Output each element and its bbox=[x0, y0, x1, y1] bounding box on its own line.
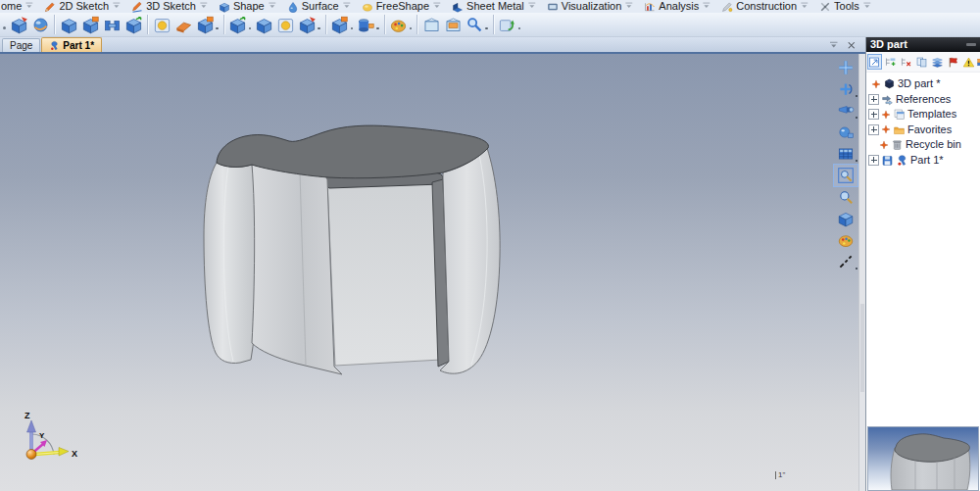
tool-3-button[interactable] bbox=[58, 14, 79, 35]
menu-item-label: FreeShape bbox=[376, 0, 429, 13]
dropdown-chevron-icon[interactable] bbox=[800, 1, 810, 12]
tool-2-button[interactable] bbox=[29, 14, 51, 35]
pages-button[interactable] bbox=[914, 54, 929, 70]
tool-14-button[interactable] bbox=[329, 14, 351, 35]
tab-part-1[interactable]: Part 1* bbox=[41, 37, 102, 52]
tool-8-button[interactable] bbox=[172, 14, 194, 35]
dropdown-chevron-icon[interactable] bbox=[112, 1, 122, 12]
expand-plus-icon[interactable] bbox=[868, 124, 879, 135]
tool-6-button[interactable] bbox=[122, 14, 144, 35]
dropdown-dot-icon[interactable] bbox=[351, 27, 354, 30]
tool-19-button[interactable] bbox=[464, 14, 485, 35]
light-button[interactable] bbox=[834, 100, 858, 122]
tool-20-button[interactable] bbox=[497, 14, 518, 35]
tool-10-button[interactable] bbox=[227, 14, 249, 35]
dropdown-chevron-icon[interactable] bbox=[24, 1, 35, 12]
panel-toolbar bbox=[866, 52, 980, 73]
dropdown-chevron-icon[interactable] bbox=[624, 1, 635, 12]
trash-icon bbox=[891, 138, 904, 151]
menu-item-3d-sketch[interactable]: 3D Sketch bbox=[127, 0, 215, 13]
chart-icon bbox=[644, 1, 656, 13]
expand-plus-icon[interactable] bbox=[868, 94, 879, 105]
zoom-button[interactable] bbox=[834, 186, 858, 208]
tool-16-button[interactable] bbox=[388, 14, 410, 35]
origin-frame-button[interactable] bbox=[834, 57, 858, 78]
toolbar-separator bbox=[384, 15, 385, 34]
dropdown-dot-icon[interactable] bbox=[856, 117, 858, 120]
toolbar-separator bbox=[54, 15, 55, 34]
expand-plus-icon[interactable] bbox=[868, 109, 879, 120]
menu-item-construction[interactable]: Construction bbox=[717, 0, 815, 13]
grid-table-button[interactable] bbox=[834, 143, 858, 165]
menu-item-home[interactable]: ome bbox=[0, 0, 40, 13]
flag-button[interactable] bbox=[946, 54, 960, 70]
warnings-button[interactable] bbox=[961, 54, 976, 70]
dropdown-dot-icon[interactable] bbox=[249, 27, 252, 30]
menu-item-sheet-metal[interactable]: Sheet Metal bbox=[448, 0, 543, 13]
dropdown-dot-icon[interactable] bbox=[856, 160, 858, 163]
menu-item-2d-sketch[interactable]: 2D Sketch bbox=[40, 0, 127, 13]
dropdown-chevron-icon[interactable] bbox=[342, 1, 353, 12]
panel-title: 3D part bbox=[870, 37, 907, 52]
close-view-button[interactable] bbox=[846, 40, 858, 52]
dropdown-chevron-icon[interactable] bbox=[527, 1, 538, 12]
layers-button[interactable] bbox=[930, 54, 945, 70]
tool-12-button[interactable] bbox=[274, 14, 296, 35]
dropdown-chevron-icon[interactable] bbox=[702, 1, 712, 12]
dropdown-dot-icon[interactable] bbox=[518, 27, 521, 30]
3d-viewport[interactable]: Z Y X 1" bbox=[0, 54, 858, 491]
sheet-icon bbox=[452, 1, 464, 13]
menu-item-tools[interactable]: Tools bbox=[815, 0, 878, 13]
dropdown-chevron-icon[interactable] bbox=[862, 1, 873, 12]
tree-item-references[interactable]: References bbox=[866, 92, 980, 108]
tool-17-button[interactable] bbox=[420, 14, 442, 35]
dropdown-chevron-icon[interactable] bbox=[432, 1, 443, 12]
tree-item-part-1[interactable]: Part 1* bbox=[866, 153, 980, 169]
tree-item-recycle-bin[interactable]: Recycle bin bbox=[866, 137, 980, 153]
viewport-scrollbar[interactable] bbox=[858, 54, 865, 491]
zoom-window-button[interactable] bbox=[834, 165, 858, 186]
palette-button[interactable] bbox=[834, 229, 858, 251]
tool-9-button[interactable] bbox=[194, 14, 216, 35]
shaded-view-button[interactable] bbox=[834, 208, 858, 229]
dropdown-dot-icon[interactable] bbox=[376, 27, 379, 30]
tree-item-templates[interactable]: Templates bbox=[866, 107, 980, 123]
dropdown-dot-icon[interactable] bbox=[410, 27, 413, 30]
tree-item-favorites[interactable]: Favorites bbox=[866, 123, 980, 138]
tree-item-3d-part[interactable]: 3D part * bbox=[866, 76, 980, 92]
tool-7-button[interactable] bbox=[151, 14, 172, 35]
tool-11-button[interactable] bbox=[253, 14, 274, 35]
3d-model-part[interactable] bbox=[0, 54, 858, 491]
tree-item-label: 3D part * bbox=[898, 76, 940, 91]
dropdown-chevron-icon[interactable] bbox=[199, 1, 210, 12]
dropdown-dot-icon[interactable] bbox=[856, 95, 858, 98]
tool-18-button[interactable] bbox=[442, 14, 464, 35]
menu-item-visualization[interactable]: Visualization bbox=[543, 0, 641, 13]
toolbar-separator bbox=[223, 15, 224, 34]
dropdown-dot-icon[interactable] bbox=[485, 27, 488, 30]
dropdown-dot-icon[interactable] bbox=[856, 268, 858, 270]
plane-button[interactable] bbox=[834, 78, 858, 100]
panel-menu-grip[interactable] bbox=[966, 43, 976, 46]
dropdown-dot-icon[interactable] bbox=[318, 27, 320, 30]
tool-1-button[interactable] bbox=[8, 14, 29, 35]
toolbar-overflow-dot[interactable] bbox=[3, 26, 6, 29]
dropdown-chevron-icon[interactable] bbox=[268, 1, 278, 12]
expand-tree-button[interactable] bbox=[883, 54, 898, 70]
dropdown-dot-icon[interactable] bbox=[216, 27, 219, 30]
expand-plus-icon[interactable] bbox=[868, 155, 879, 166]
tool-4-button[interactable] bbox=[79, 14, 101, 35]
menu-item-surface[interactable]: Surface bbox=[283, 0, 358, 13]
tab-page[interactable]: Page bbox=[2, 38, 40, 52]
tool-13-button[interactable] bbox=[296, 14, 318, 35]
render-sphere-button[interactable] bbox=[834, 122, 858, 143]
menu-item-freeshape[interactable]: FreeShape bbox=[358, 0, 448, 13]
preview-window-button[interactable] bbox=[867, 54, 882, 70]
collapse-tree-button[interactable] bbox=[899, 54, 913, 70]
tool-15-button[interactable] bbox=[355, 14, 376, 35]
tool-5-button[interactable] bbox=[101, 14, 122, 35]
auto-hide-button[interactable] bbox=[828, 40, 841, 52]
menu-item-analysis[interactable]: Analysis bbox=[640, 0, 717, 13]
menu-item-shape[interactable]: Shape bbox=[215, 0, 283, 13]
sketch-line-button[interactable] bbox=[834, 251, 858, 272]
